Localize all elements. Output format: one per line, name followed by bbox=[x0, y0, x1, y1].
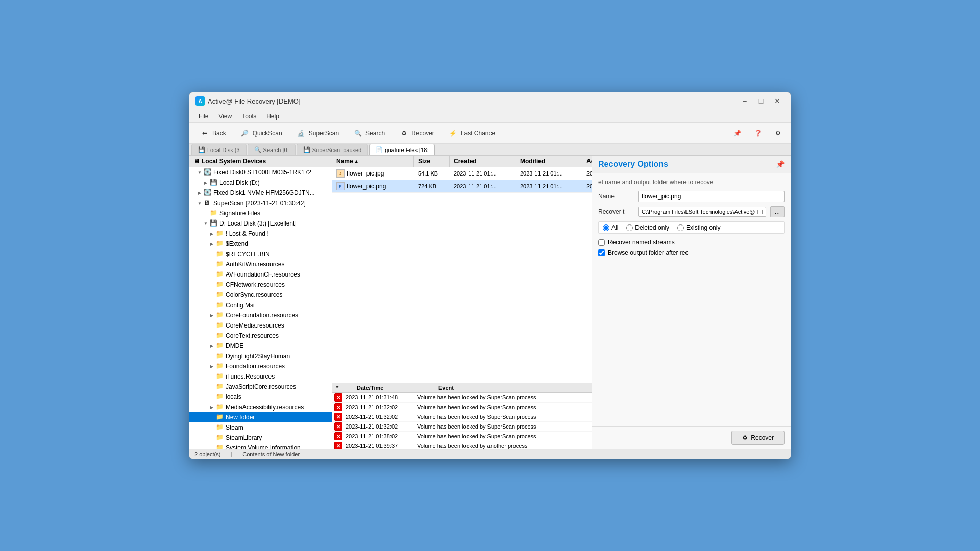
rp-radio-all-input[interactable] bbox=[603, 224, 609, 231]
tree-item-colorsync[interactable]: 📁 ColorSync.resources bbox=[189, 290, 332, 300]
rp-check-streams-input[interactable] bbox=[598, 239, 605, 246]
superscan-button[interactable]: 🔬 SuperScan bbox=[290, 125, 345, 141]
tab-2[interactable]: 💾 SuperScan [paused bbox=[297, 144, 369, 155]
log-event-0: Volume has been locked by SuperScan proc… bbox=[417, 394, 590, 400]
toggle-foundation[interactable] bbox=[208, 362, 216, 370]
file-row-0[interactable]: J flower_pic.jpg 54.1 KB 2023-11-21 01:.… bbox=[332, 167, 592, 180]
tree-item-itunes[interactable]: 📁 iTunes.Resources bbox=[189, 371, 332, 382]
menu-help[interactable]: Help bbox=[261, 111, 284, 121]
minimize-button[interactable]: − bbox=[738, 95, 752, 107]
toggle-locald[interactable] bbox=[202, 179, 210, 187]
tree-item-localdisk3[interactable]: 💾 D: Local Disk (3:) [Excellent] bbox=[189, 218, 332, 229]
tree-item-sysvolinfo[interactable]: 📁 System Volume Information bbox=[189, 443, 332, 449]
pin-button[interactable]: 📌 bbox=[728, 127, 747, 139]
rp-radio-existing-input[interactable] bbox=[677, 224, 684, 231]
tab-0-label: Local Disk (3 bbox=[207, 147, 240, 153]
tree-item-newfolder[interactable]: 📁 New folder bbox=[189, 412, 332, 422]
tree-item-locals[interactable]: 📁 locals bbox=[189, 392, 332, 402]
tree-item-steam[interactable]: 📁 Steam bbox=[189, 422, 332, 433]
rp-browse-button[interactable]: ... bbox=[770, 206, 785, 217]
tree-item-configmsi[interactable]: 📁 Config.Msi bbox=[189, 300, 332, 310]
tree-item-foundation[interactable]: 📁 Foundation.resources bbox=[189, 361, 332, 371]
col-header-accessed[interactable]: Accessed/Del... bbox=[582, 156, 592, 167]
tree-item-locald[interactable]: 💾 Local Disk (D:) bbox=[189, 178, 332, 188]
file-icon-cell-0: J flower_pic.jpg bbox=[332, 168, 414, 179]
col-header-size[interactable]: Size bbox=[414, 156, 450, 167]
rp-radio-deleted-input[interactable] bbox=[626, 224, 633, 231]
rp-radio-deleted[interactable]: Deleted only bbox=[626, 224, 669, 231]
toggle-extend[interactable] bbox=[208, 240, 216, 248]
tree-item-authkit[interactable]: 📁 AuthKitWin.resources bbox=[189, 259, 332, 269]
toggle-superscan[interactable] bbox=[195, 199, 204, 207]
log-list[interactable]: ✕ 2023-11-21 01:31:48 Volume has been lo… bbox=[332, 393, 592, 449]
toggle-corefound[interactable] bbox=[208, 311, 216, 319]
toggle-mediaaccess[interactable] bbox=[208, 403, 216, 411]
rp-radio-all[interactable]: All bbox=[603, 224, 618, 231]
toolbar: ⬅ Back 🔎 QuickScan 🔬 SuperScan 🔍 Search … bbox=[189, 123, 791, 144]
tree-item-extend[interactable]: 📁 $Extend bbox=[189, 239, 332, 249]
rp-recover-button[interactable]: ♻ Recover bbox=[731, 431, 785, 445]
tab-0[interactable]: 💾 Local Disk (3 bbox=[191, 144, 247, 155]
menu-view[interactable]: View bbox=[213, 111, 237, 121]
recover-button[interactable]: ♻ Recover bbox=[393, 125, 440, 141]
right-panel-content: et name and output folder where to recov… bbox=[592, 173, 791, 426]
toggle-locals bbox=[208, 393, 216, 401]
tab-1[interactable]: 🔍 Search [0: bbox=[248, 144, 296, 155]
menu-file[interactable]: File bbox=[193, 111, 213, 121]
tree-item-corefound[interactable]: 📁 CoreFoundation.resources bbox=[189, 310, 332, 320]
rp-check-streams[interactable]: Recover named streams bbox=[598, 239, 785, 246]
tree-item-recycle[interactable]: 📁 $RECYCLE.BIN bbox=[189, 249, 332, 259]
toggle-dmde[interactable] bbox=[208, 342, 216, 350]
quickscan-button[interactable]: 🔎 QuickScan bbox=[234, 125, 288, 141]
log-row-1: ✕ 2023-11-21 01:32:02 Volume has been lo… bbox=[332, 403, 592, 412]
tree-item-dying[interactable]: 📁 DyingLight2StayHuman bbox=[189, 351, 332, 361]
toggle-disk0[interactable] bbox=[195, 168, 204, 177]
tree-item-superscan[interactable]: 🖥 SuperScan [2023-11-21 01:30:42] bbox=[189, 198, 332, 208]
toggle-disk1[interactable] bbox=[195, 189, 204, 197]
rp-path-input[interactable] bbox=[638, 207, 766, 217]
rp-check-browse[interactable]: Browse output folder after rec bbox=[598, 249, 785, 256]
col-accessed-label: Accessed/Del... bbox=[586, 158, 592, 165]
col-header-created[interactable]: Created bbox=[450, 156, 516, 167]
tree-item-disk1[interactable]: 💽 Fixed Disk1 NVMe HFM256GDJTN... bbox=[189, 188, 332, 198]
tree-item-disk0[interactable]: 💽 Fixed Disk0 ST1000LM035-1RK172 bbox=[189, 167, 332, 178]
tree-item-lostandfound[interactable]: 📁 ! Lost & Found ! bbox=[189, 229, 332, 239]
rp-radio-existing[interactable]: Existing only bbox=[677, 224, 720, 231]
tree-container[interactable]: 💽 Fixed Disk0 ST1000LM035-1RK172 💾 Local… bbox=[189, 167, 332, 449]
help-button[interactable]: ❓ bbox=[749, 127, 768, 139]
log-row-5: ✕ 2023-11-21 01:39:37 Volume has been lo… bbox=[332, 441, 592, 449]
settings-button[interactable]: ⚙ bbox=[770, 127, 787, 139]
pin-right-icon[interactable]: 📌 bbox=[776, 160, 785, 168]
tree-item-sigfiles[interactable]: 📁 Signature Files bbox=[189, 208, 332, 218]
maximize-button[interactable]: □ bbox=[754, 95, 768, 107]
toggle-configmsi bbox=[208, 301, 216, 309]
col-header-modified[interactable]: Modified bbox=[516, 156, 582, 167]
jpg-icon: J bbox=[336, 169, 345, 178]
tree-item-dmde[interactable]: 📁 DMDE bbox=[189, 341, 332, 351]
close-button[interactable]: ✕ bbox=[770, 95, 785, 107]
menu-tools[interactable]: Tools bbox=[237, 111, 261, 121]
back-button[interactable]: ⬅ Back bbox=[193, 125, 232, 141]
log-error-icon-5: ✕ bbox=[334, 442, 342, 449]
tree-item-coremedia[interactable]: 📁 CoreMedia.resources bbox=[189, 320, 332, 331]
rp-check-browse-input[interactable] bbox=[598, 249, 605, 256]
tree-item-mediaaccess[interactable]: 📁 MediaAccessibility.resources bbox=[189, 402, 332, 412]
tree-item-avfound[interactable]: 📁 AVFoundationCF.resources bbox=[189, 269, 332, 280]
tree-label-steamlib: SteamLibrary bbox=[226, 434, 262, 441]
lastchance-button[interactable]: ⚡ Last Chance bbox=[442, 125, 501, 141]
tab-1-icon: 🔍 bbox=[254, 146, 261, 153]
col-header-name[interactable]: Name ▲ bbox=[332, 156, 414, 167]
tree-item-steamlib[interactable]: 📁 SteamLibrary bbox=[189, 433, 332, 443]
search-button[interactable]: 🔍 Search bbox=[347, 125, 390, 141]
tab-3[interactable]: 📄 gnature Files [18: bbox=[369, 144, 435, 155]
tree-item-coretext[interactable]: 📁 CoreText.resources bbox=[189, 331, 332, 341]
file-list[interactable]: J flower_pic.jpg 54.1 KB 2023-11-21 01:.… bbox=[332, 167, 592, 383]
toggle-localdisk3[interactable] bbox=[202, 219, 210, 228]
status-contents: Contents of New folder bbox=[242, 451, 300, 457]
toggle-lostfound[interactable] bbox=[208, 230, 216, 238]
rp-name-input[interactable] bbox=[638, 191, 785, 202]
file-row-1[interactable]: P flower_pic.png 724 KB 2023-11-21 01:..… bbox=[332, 180, 592, 193]
folder-icon-cm: 📁 bbox=[216, 301, 224, 309]
tree-item-cfnet[interactable]: 📁 CFNetwork.resources bbox=[189, 280, 332, 290]
tree-item-jscore[interactable]: 📁 JavaScriptCore.resources bbox=[189, 382, 332, 392]
